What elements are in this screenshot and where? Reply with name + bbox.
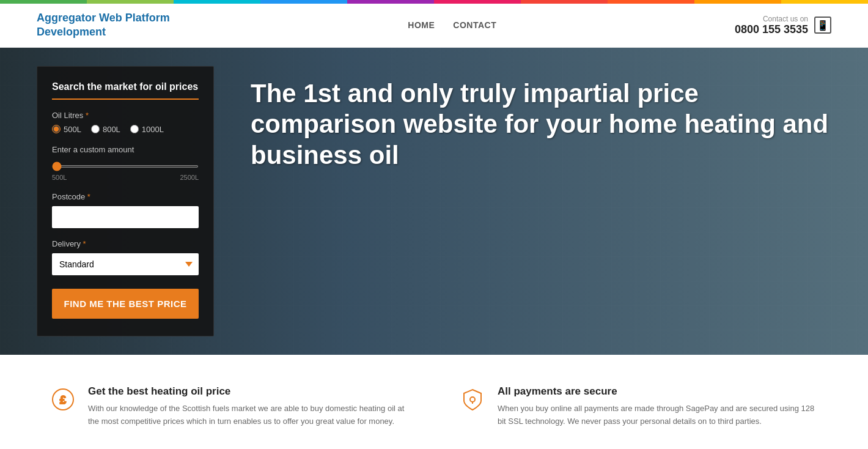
radio-500l[interactable]: 500L	[52, 125, 81, 134]
nav-contact[interactable]: CONTACT	[453, 20, 496, 30]
oil-litres-group: Oil Litres * 500L 800L 1000L	[52, 111, 199, 134]
custom-amount-slider[interactable]	[52, 165, 199, 168]
hero-content: Search the market for oil prices Oil Lit…	[0, 48, 868, 355]
slider-container: 500L 2500L	[52, 159, 199, 181]
phone-icon: 📱	[814, 17, 831, 34]
find-best-price-button[interactable]: FIND ME THE BEST PRICE	[52, 289, 199, 319]
svg-text:£: £	[60, 394, 66, 406]
feature-best-price-title: Get the best heating oil price	[88, 385, 410, 398]
slider-min-label: 500L	[52, 174, 67, 181]
oil-litres-label: Oil Litres *	[52, 111, 199, 120]
delivery-group: Delivery * Standard Express	[52, 239, 199, 275]
contact-label: Contact us on	[735, 15, 808, 23]
radio-800l[interactable]: 800L	[91, 125, 120, 134]
custom-amount-group: Enter a custom amount 500L 2500L	[52, 145, 199, 181]
postcode-input[interactable]	[52, 206, 199, 228]
delivery-select[interactable]: Standard Express	[52, 253, 199, 275]
nav-home[interactable]: HOME	[408, 20, 435, 30]
feature-best-price: £ Get the best heating oil price With ou…	[49, 385, 410, 428]
postcode-group: Postcode *	[52, 192, 199, 228]
search-form: Search the market for oil prices Oil Lit…	[37, 66, 214, 336]
hero-section: Search the market for oil prices Oil Lit…	[0, 48, 868, 355]
hero-text: The 1st and only truly impartial price c…	[251, 66, 831, 171]
feature-secure-desc: When you buy online all payments are mad…	[498, 403, 819, 428]
contact-number: 0800 155 3535	[735, 23, 808, 36]
oil-litres-radio-group: 500L 800L 1000L	[52, 125, 199, 134]
feature-secure-payments: All payments are secure When you buy onl…	[458, 385, 819, 428]
custom-amount-label: Enter a custom amount	[52, 145, 199, 154]
shield-lock-icon	[458, 385, 487, 414]
svg-point-2	[470, 397, 475, 402]
main-nav: HOME CONTACT	[408, 20, 496, 30]
contact-info: Contact us on 0800 155 3535 📱	[735, 15, 831, 36]
slider-max-label: 2500L	[180, 174, 199, 181]
feature-best-price-desc: With our knowledge of the Scottish fuels…	[88, 403, 410, 428]
site-logo[interactable]: Aggregator Web Platform Development	[37, 11, 170, 40]
feature-secure-title: All payments are secure	[498, 385, 819, 398]
header: Aggregator Web Platform Development HOME…	[0, 4, 868, 48]
delivery-label: Delivery *	[52, 239, 199, 248]
color-bar	[0, 0, 868, 4]
pound-circle-icon: £	[49, 385, 77, 414]
search-form-title: Search the market for oil prices	[52, 81, 199, 100]
hero-headline: The 1st and only truly impartial price c…	[251, 78, 831, 171]
radio-1000l[interactable]: 1000L	[130, 125, 164, 134]
features-section: £ Get the best heating oil price With ou…	[0, 355, 868, 449]
postcode-label: Postcode *	[52, 192, 199, 201]
